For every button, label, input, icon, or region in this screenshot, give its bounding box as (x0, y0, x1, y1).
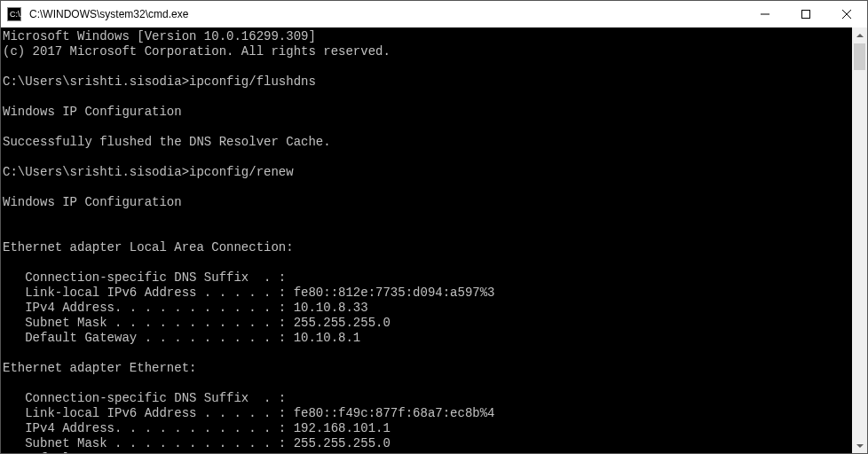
chevron-down-icon (856, 444, 864, 448)
svg-marker-4 (856, 34, 864, 37)
vertical-scrollbar[interactable] (852, 27, 867, 453)
close-icon (842, 10, 851, 19)
system-menu-icon[interactable]: C:\. (1, 1, 28, 27)
scroll-thumb[interactable] (854, 43, 865, 70)
close-button[interactable] (826, 1, 867, 27)
svg-marker-5 (856, 444, 864, 448)
scroll-down-button[interactable] (852, 438, 867, 453)
terminal-area: Microsoft Windows [Version 10.0.16299.30… (1, 27, 867, 453)
scroll-up-button[interactable] (852, 27, 867, 43)
maximize-button[interactable] (785, 1, 826, 27)
window-controls (745, 1, 867, 27)
svg-rect-1 (802, 11, 810, 19)
cmd-icon: C:\. (7, 7, 21, 21)
maximize-icon (801, 10, 810, 19)
terminal-output[interactable]: Microsoft Windows [Version 10.0.16299.30… (1, 27, 852, 453)
minimize-button[interactable] (745, 1, 785, 27)
window-title: C:\WINDOWS\system32\cmd.exe (28, 8, 745, 20)
minimize-icon (761, 10, 769, 19)
chevron-up-icon (856, 34, 864, 37)
cmd-window: C:\. C:\WINDOWS\system32\cmd.exe Microso… (0, 0, 868, 454)
titlebar[interactable]: C:\. C:\WINDOWS\system32\cmd.exe (1, 1, 867, 27)
